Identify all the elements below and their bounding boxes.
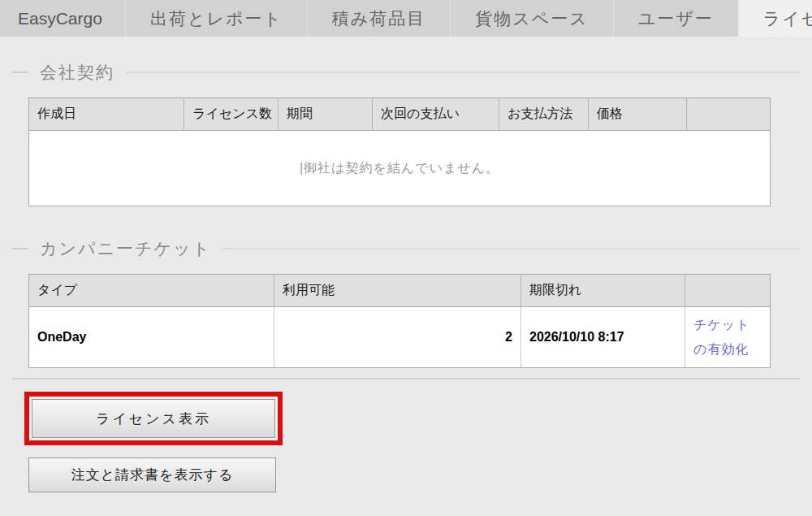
company-tickets-table: タイプ 利用可能 期限切れ OneDay 2 2026/10/10 8:17 チ…: [28, 274, 771, 368]
col-header-next-payment: 次回の支払い: [373, 98, 499, 131]
show-orders-invoices-button[interactable]: 注文と請求書を表示する: [28, 457, 276, 492]
app-logo[interactable]: EasyCargo: [0, 0, 125, 37]
section-title-text: カンパニーチケット: [40, 237, 211, 260]
legend-line: [126, 72, 800, 73]
company-tickets-section-title: カンパニーチケット: [12, 237, 800, 260]
ticket-expiry-date: 2026/10/10 8:17: [521, 307, 685, 368]
license-page: 会社契約 作成日 ライセンス数 期間 次回の支払い お支払方法 価格 |御社は契…: [0, 61, 812, 492]
col-header-price: 価格: [589, 98, 687, 131]
col-header-period: 期間: [279, 98, 373, 131]
tab-cargo-spaces[interactable]: 貨物スペース: [450, 0, 612, 37]
tab-shipments-reports[interactable]: 出荷とレポート: [125, 0, 307, 37]
tab-license[interactable]: ライセンス: [738, 0, 812, 37]
col-header-expires: 期限切れ: [521, 275, 685, 307]
section-divider: [12, 378, 800, 379]
legend-dash: [12, 248, 28, 249]
tickets-table-header-row: タイプ 利用可能 期限切れ: [29, 275, 771, 307]
ticket-available-count: 2: [274, 307, 521, 368]
activate-ticket-link[interactable]: チケットの有効化: [693, 318, 750, 356]
ticket-action-cell: チケットの有効化: [685, 307, 771, 368]
red-highlight-box: ライセンス表示: [24, 392, 283, 445]
contract-empty-row: |御社は契約を結んでいません。: [29, 131, 771, 206]
col-header-license-count: ライセンス数: [184, 98, 279, 131]
tab-users[interactable]: ユーザー: [613, 0, 738, 37]
top-nav: EasyCargo 出荷とレポート 積み荷品目 貨物スペース ユーザー ライセン…: [0, 0, 812, 37]
company-contract-section-title: 会社契約: [12, 61, 800, 84]
section-title-text: 会社契約: [40, 61, 114, 84]
ticket-type: OneDay: [29, 307, 274, 368]
orders-button-wrap: 注文と請求書を表示する: [28, 457, 276, 492]
col-header-action: [685, 275, 771, 307]
show-license-button[interactable]: ライセンス表示: [32, 399, 275, 438]
col-header-type: タイプ: [29, 275, 274, 307]
legend-dash: [12, 72, 28, 73]
col-header-payment-method: お支払方法: [499, 98, 589, 131]
ticket-row: OneDay 2 2026/10/10 8:17 チケットの有効化: [29, 307, 771, 368]
no-contract-message: |御社は契約を結んでいません。: [29, 131, 771, 206]
col-header-actions: [687, 98, 771, 131]
contract-table-header-row: 作成日 ライセンス数 期間 次回の支払い お支払方法 価格: [29, 98, 771, 131]
col-header-available: 利用可能: [274, 275, 521, 307]
col-header-created: 作成日: [29, 98, 184, 131]
legend-line: [222, 248, 800, 249]
company-contract-table: 作成日 ライセンス数 期間 次回の支払い お支払方法 価格 |御社は契約を結んで…: [28, 98, 771, 206]
tab-cargo-items[interactable]: 積み荷品目: [307, 0, 451, 37]
